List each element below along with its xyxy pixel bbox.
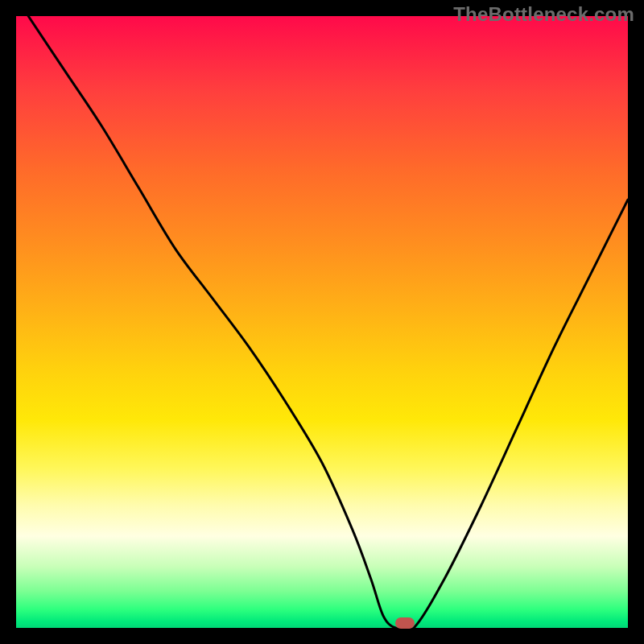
plot-area: [16, 16, 628, 628]
bottleneck-curve: [16, 16, 628, 628]
chart-frame: TheBottleneck.com: [0, 0, 644, 644]
optimum-marker: [395, 617, 415, 629]
watermark-text: TheBottleneck.com: [453, 3, 634, 26]
